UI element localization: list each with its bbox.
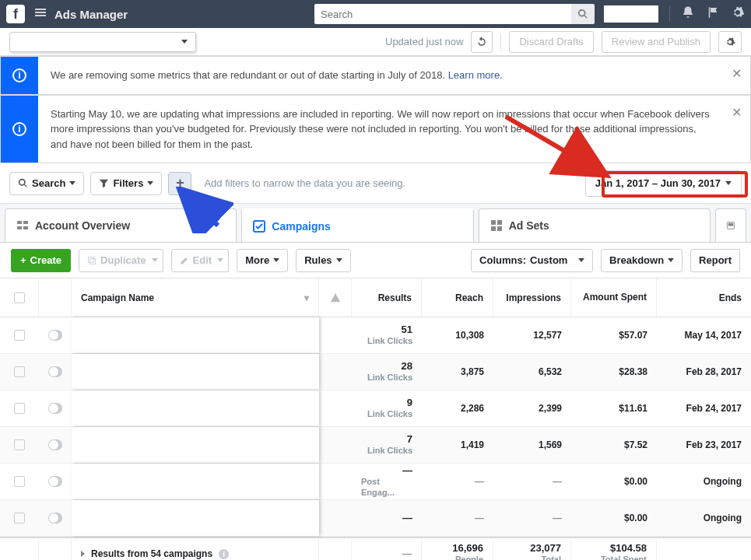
row-toggle[interactable]: [48, 366, 62, 377]
table-row[interactable]: 7Link Clicks1,4191,569$7.52Feb 23, 2017: [0, 427, 751, 464]
campaign-name-cell[interactable]: [72, 390, 319, 426]
table-row[interactable]: 28Link Clicks3,8756,532$28.38Feb 28, 201…: [0, 354, 751, 390]
tab-label: Ad Sets: [509, 219, 549, 232]
table-footer: Results from 54 campaigns i — 16,696Peop…: [0, 537, 751, 560]
row-checkbox[interactable]: [14, 330, 25, 341]
chevron-right-icon[interactable]: [81, 551, 85, 557]
date-range-label: Jan 1, 2017 – Jun 30, 2017: [595, 177, 721, 189]
report-button[interactable]: Report: [690, 249, 740, 272]
column-reach[interactable]: Reach: [422, 278, 493, 317]
facebook-logo[interactable]: f: [6, 5, 25, 23]
row-toggle[interactable]: [48, 330, 62, 341]
row-checkbox[interactable]: [14, 513, 25, 523]
search-filter-button[interactable]: Search: [9, 172, 84, 195]
account-selector[interactable]: [9, 32, 196, 52]
columns-button[interactable]: Columns: Custom: [471, 249, 593, 272]
table-row[interactable]: ———$0.00Ongoing: [0, 500, 751, 537]
row-amount: $28.38: [619, 366, 647, 377]
page-title: Ads Manager: [54, 8, 128, 21]
row-toggle[interactable]: [48, 403, 62, 414]
more-button[interactable]: More: [237, 249, 288, 272]
table-row[interactable]: 51Link Clicks10,30812,577$57.07May 14, 2…: [0, 317, 751, 354]
row-results-sub: Link Clicks: [367, 446, 412, 457]
column-amount-spent[interactable]: Amount Spent: [571, 278, 657, 317]
global-search-button[interactable]: [571, 4, 595, 24]
row-results: —: [402, 464, 412, 477]
footer-reach: 16,696: [452, 542, 483, 554]
account-name-placeholder[interactable]: [604, 5, 658, 23]
row-ends: Feb 23, 2017: [686, 439, 742, 450]
footer-label: Results from 54 campaigns: [91, 548, 212, 559]
campaign-name-cell[interactable]: [72, 317, 319, 353]
close-icon[interactable]: ✕: [722, 57, 750, 81]
chevron-down-icon: [181, 40, 188, 44]
chevron-down-icon: [69, 181, 75, 185]
row-ends: Feb 24, 2017: [686, 403, 742, 414]
refresh-button[interactable]: [471, 31, 493, 53]
svg-rect-8: [497, 226, 502, 231]
row-reach: —: [475, 476, 484, 487]
row-reach: 3,875: [461, 366, 484, 377]
date-range-selector[interactable]: Jan 1, 2017 – Jun 30, 2017: [585, 170, 742, 197]
campaign-name-cell[interactable]: [72, 464, 319, 499]
tab-account-overview[interactable]: Account Overview: [5, 208, 237, 242]
row-results: 51: [402, 324, 412, 336]
sort-icon: ▾: [304, 292, 309, 303]
review-publish-button[interactable]: Review and Publish: [602, 31, 711, 53]
column-campaign-name[interactable]: Campaign Name▾: [72, 278, 319, 317]
select-all-checkbox[interactable]: [14, 292, 25, 303]
flag-icon[interactable]: [706, 5, 720, 23]
hamburger-icon[interactable]: [34, 6, 47, 22]
tab-campaigns[interactable]: Campaigns: [241, 208, 473, 242]
settings-button[interactable]: [718, 31, 742, 53]
campaign-name-cell[interactable]: [72, 500, 319, 536]
tab-ads[interactable]: [715, 208, 746, 242]
row-impressions: 1,569: [539, 439, 562, 450]
row-checkbox[interactable]: [14, 439, 25, 450]
info-banner-metrics: i We are removing some metrics that are …: [0, 56, 751, 95]
duplicate-button[interactable]: Duplicate: [79, 249, 155, 272]
add-filter-button[interactable]: +: [168, 172, 191, 195]
create-label: Create: [30, 254, 61, 266]
info-icon[interactable]: i: [219, 549, 229, 559]
filters-label: Filters: [113, 177, 143, 189]
settings-gear-icon[interactable]: [731, 5, 745, 23]
row-results-sub: Link Clicks: [367, 373, 412, 383]
row-toggle[interactable]: [48, 513, 62, 523]
column-ends[interactable]: Ends: [657, 278, 751, 317]
bell-icon[interactable]: [681, 5, 695, 23]
duplicate-dropdown[interactable]: [147, 249, 163, 272]
column-impressions[interactable]: Impressions: [493, 278, 571, 317]
row-impressions: 6,532: [539, 366, 562, 377]
filter-bar: Search Filters + Add filters to narrow t…: [0, 163, 751, 204]
campaign-name-cell[interactable]: [72, 354, 319, 390]
global-search-input[interactable]: [314, 4, 571, 24]
svg-rect-1: [23, 221, 28, 224]
table-row[interactable]: 9Link Clicks2,2862,399$11.61Feb 24, 2017: [0, 390, 751, 427]
campaign-name-cell[interactable]: [72, 427, 319, 463]
learn-more-link[interactable]: Learn more.: [448, 69, 503, 81]
table-header: Campaign Name▾ Results Reach Impressions…: [0, 278, 751, 317]
breakdown-button[interactable]: Breakdown: [601, 249, 683, 272]
close-icon[interactable]: ✕: [722, 96, 750, 120]
discard-drafts-button[interactable]: Discard Drafts: [509, 31, 593, 53]
row-amount: $7.52: [624, 439, 647, 450]
tab-ad-sets[interactable]: Ad Sets: [479, 208, 711, 242]
svg-rect-11: [89, 257, 94, 262]
row-checkbox[interactable]: [14, 366, 25, 377]
rules-button[interactable]: Rules: [296, 249, 350, 272]
column-warning[interactable]: [319, 278, 352, 317]
table-row[interactable]: —Post Engag...——$0.00Ongoing: [0, 464, 751, 500]
table-body: 51Link Clicks10,30812,577$57.07May 14, 2…: [0, 317, 751, 537]
row-toggle[interactable]: [48, 476, 62, 487]
edit-dropdown[interactable]: [212, 249, 229, 272]
row-checkbox[interactable]: [14, 476, 25, 487]
row-checkbox[interactable]: [14, 403, 25, 414]
row-reach: —: [475, 513, 484, 523]
row-results: 7: [407, 433, 412, 446]
filters-button[interactable]: Filters: [90, 172, 162, 195]
create-button[interactable]: +Create: [11, 249, 71, 272]
column-results[interactable]: Results: [352, 278, 422, 317]
row-toggle[interactable]: [48, 439, 62, 450]
row-reach: 2,286: [461, 403, 484, 414]
